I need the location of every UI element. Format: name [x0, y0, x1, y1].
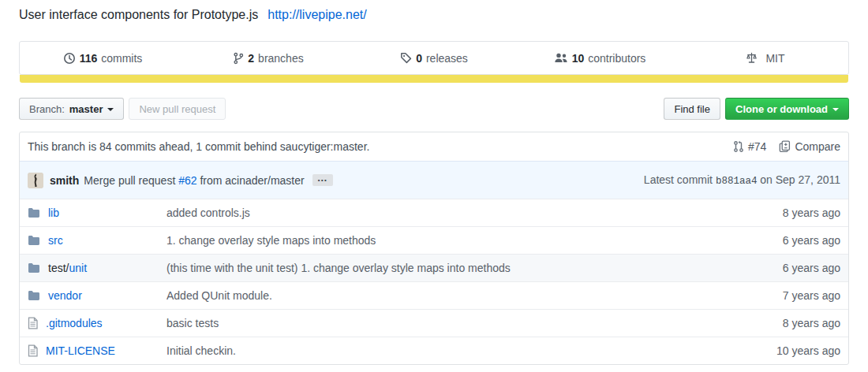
stat-label: releases — [426, 52, 468, 65]
folder-icon — [28, 290, 40, 301]
commit-message-cell: basic tests — [166, 317, 730, 329]
table-row: test/unit (this time with the unit test)… — [20, 254, 848, 281]
stat-license[interactable]: MIT — [683, 52, 848, 65]
file-link[interactable]: test/unit — [48, 262, 87, 274]
file-age: 8 years ago — [730, 206, 848, 219]
folder-icon — [28, 235, 40, 246]
latest-commit-meta: Latest commit b881aa4 on Sep 27, 2011 — [644, 173, 840, 187]
file-name-cell: test/unit — [20, 262, 166, 274]
repo-header: User interface components for Prototype.… — [19, 6, 849, 22]
stat-label: MIT — [765, 52, 784, 65]
commit-pr-link[interactable]: #62 — [178, 174, 196, 187]
diff-icon — [779, 140, 791, 153]
commit-message-cell: Initial checkin. — [166, 344, 730, 357]
file-commit-message-link[interactable]: Added QUnit module. — [166, 289, 272, 302]
new-pull-request-button[interactable]: New pull request — [129, 98, 226, 120]
repo-website-link[interactable]: http://livepipe.net/ — [268, 8, 366, 22]
stat-releases[interactable]: 0 releases — [351, 52, 517, 65]
tag-icon — [400, 52, 412, 64]
file-link[interactable]: vendor — [48, 289, 82, 302]
file-icon — [28, 317, 38, 329]
stat-value: 116 — [80, 52, 98, 65]
table-row: MIT-LICENSE Initial checkin. 10 years ag… — [20, 337, 848, 364]
toolbar: Branch: master New pull request Find fil… — [19, 98, 849, 120]
stat-contributors[interactable]: 10 contributors — [517, 52, 683, 65]
file-link[interactable]: lib — [48, 206, 59, 219]
table-row: src 1. change overlay style maps into me… — [20, 226, 848, 254]
file-link[interactable]: MIT-LICENSE — [46, 344, 115, 357]
table-row: .gitmodules basic tests 8 years ago — [20, 309, 848, 337]
file-name-cell: vendor — [20, 289, 166, 302]
file-name: vendor — [48, 289, 82, 302]
pull-request-link[interactable]: #74 — [733, 140, 766, 153]
table-row: lib added controls.js 8 years ago — [20, 199, 848, 226]
clone-or-download-label: Clone or download — [735, 103, 828, 115]
file-age: 6 years ago — [730, 234, 848, 247]
path-prefix: test/ — [48, 262, 69, 274]
clone-or-download-button[interactable]: Clone or download — [725, 98, 849, 120]
file-table: This branch is 84 commits ahead, 1 commi… — [19, 132, 849, 365]
people-icon — [554, 52, 568, 64]
stat-label: contributors — [588, 52, 645, 65]
file-link[interactable]: .gitmodules — [46, 317, 103, 329]
file-commit-message-link[interactable]: Initial checkin. — [166, 344, 236, 357]
commit-message-cell: 1. change overlay style maps into method… — [166, 234, 730, 247]
commit-date: on Sep 27, 2011 — [760, 173, 840, 186]
commit-message-cell: (this time with the unit test) 1. change… — [166, 262, 730, 274]
file-link[interactable]: src — [48, 234, 63, 247]
chevron-down-icon — [107, 108, 114, 111]
file-name-cell: lib — [20, 206, 166, 219]
commit-message-cell: added controls.js — [166, 206, 730, 219]
stat-commits[interactable]: 116 commits — [20, 52, 185, 65]
language-bar[interactable] — [20, 75, 848, 83]
find-file-button[interactable]: Find file — [664, 98, 720, 120]
file-name-cell: MIT-LICENSE — [20, 344, 166, 357]
branch-selector-button[interactable]: Branch: master — [19, 98, 124, 120]
file-name-cell: src — [20, 234, 166, 247]
folder-icon — [28, 262, 40, 273]
commit-message-tail: from acinader/master — [200, 174, 304, 187]
commit-sha-link[interactable]: b881aa4 — [716, 176, 758, 187]
file-name: unit — [69, 262, 87, 274]
stat-label: commits — [101, 52, 142, 65]
latest-commit-bar: smith Merge pull request #62 from acinad… — [20, 161, 848, 199]
commit-message-text: Merge pull request — [84, 174, 175, 187]
stat-branches[interactable]: 2 branches — [185, 52, 351, 65]
commit-message-cell: Added QUnit module. — [166, 289, 730, 302]
branch-label: Branch: — [29, 103, 65, 115]
commit-expand-button[interactable]: … — [312, 174, 333, 186]
git-pull-request-icon — [733, 140, 744, 153]
commit-author-link[interactable]: smith — [50, 174, 79, 187]
stat-label: branches — [258, 52, 304, 65]
law-icon — [746, 52, 758, 64]
stat-value: 10 — [572, 52, 585, 65]
stats-row: 116 commits 2 branches 0 releases 10 con… — [20, 42, 848, 74]
folder-icon — [28, 207, 40, 218]
git-branch-icon — [233, 52, 244, 65]
compare-link[interactable]: Compare — [779, 140, 840, 153]
file-icon — [28, 344, 38, 357]
commit-message: Merge pull request #62 from acinader/mas… — [84, 174, 304, 187]
latest-commit-label: Latest commit — [644, 173, 713, 186]
branch-info-text: This branch is 84 commits ahead, 1 commi… — [28, 140, 369, 153]
table-row: vendor Added QUnit module. 7 years ago — [20, 281, 848, 309]
compare-label: Compare — [795, 140, 840, 153]
avatar[interactable] — [28, 173, 43, 188]
file-name: lib — [48, 206, 59, 219]
file-commit-message-link[interactable]: basic tests — [166, 317, 219, 329]
branch-infobar-right: #74 Compare — [733, 140, 840, 153]
file-age: 6 years ago — [730, 262, 848, 274]
history-icon — [63, 52, 76, 65]
file-commit-message-link[interactable]: added controls.js — [166, 206, 250, 219]
file-commit-message-link[interactable]: (this time with the unit test) 1. change… — [166, 262, 511, 274]
pull-request-number: #74 — [748, 140, 766, 153]
file-commit-message-link[interactable]: 1. change overlay style maps into method… — [166, 234, 376, 247]
file-age: 7 years ago — [730, 289, 848, 302]
file-name: src — [48, 234, 63, 247]
branch-name: master — [69, 103, 103, 115]
file-name: .gitmodules — [46, 317, 103, 329]
file-name: MIT-LICENSE — [46, 344, 115, 357]
file-age: 10 years ago — [730, 344, 848, 357]
file-age: 8 years ago — [730, 317, 848, 329]
repo-page: User interface components for Prototype.… — [0, 0, 868, 372]
